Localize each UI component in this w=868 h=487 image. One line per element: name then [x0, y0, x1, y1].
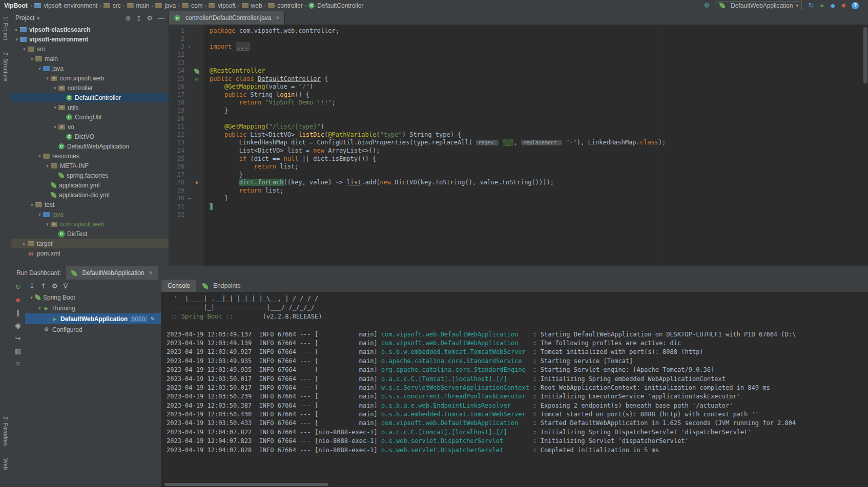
tree-item[interactable]: ▾utils	[11, 102, 169, 112]
run-tree-item[interactable]: ⚙Configured	[25, 324, 161, 335]
tree-item[interactable]: CDefaultController	[11, 93, 169, 102]
expand-all-icon[interactable]: ↥	[40, 283, 46, 289]
port-link[interactable]: :8088/	[130, 315, 147, 323]
tree-item[interactable]: CDictVO	[11, 132, 169, 141]
gutter-line[interactable]: 19−	[169, 107, 203, 115]
console-horizontal-scrollbar[interactable]	[161, 482, 868, 487]
expand-arrow-icon[interactable]: ▾	[29, 56, 35, 61]
exit-icon[interactable]: ↪	[15, 335, 21, 342]
expand-arrow-icon[interactable]: ▾	[29, 202, 35, 207]
spring-bean-icon[interactable]: ◎	[193, 75, 200, 83]
stop-icon[interactable]: ■	[841, 2, 845, 9]
code-editor[interactable]: package com.vipsoft.web.controller;impor…	[203, 27, 868, 266]
expand-arrow-icon[interactable]: ▸	[13, 27, 20, 32]
gutter-line[interactable]: 24	[169, 147, 203, 155]
gutter-line[interactable]: 32	[169, 211, 203, 219]
fold-end-icon[interactable]: −	[186, 107, 193, 115]
tree-item[interactable]: CConfigUtil	[11, 112, 169, 122]
expand-arrow-icon[interactable]: ▾	[44, 222, 51, 227]
tree-item[interactable]: CDefaultWebApplication	[11, 141, 169, 151]
tree-item[interactable]: ▾META-INF	[11, 161, 169, 171]
run-tab[interactable]: DefaultWebApplication ×	[66, 266, 157, 280]
tree-item[interactable]: ▾vipsoft-environment	[11, 34, 169, 44]
tree-item[interactable]: ▸target	[11, 239, 169, 248]
gutter-line[interactable]: 22−	[169, 131, 203, 139]
tab-console[interactable]: Console	[161, 280, 196, 292]
gutter-line[interactable]: 21	[169, 123, 203, 131]
tree-item[interactable]: ▾main	[11, 54, 169, 63]
gutter-line[interactable]: 12	[169, 51, 203, 59]
scrollbar-thumb[interactable]	[164, 483, 328, 486]
expand-arrow-icon[interactable]: ▾	[52, 105, 58, 110]
rerun-icon[interactable]: ↻	[15, 284, 21, 290]
tree-item[interactable]: CDicTest	[11, 229, 169, 239]
expand-arrow-icon[interactable]: ▾	[36, 212, 43, 217]
spring-bean-leaf-icon[interactable]	[194, 69, 199, 74]
expand-arrow-icon[interactable]: ▾	[36, 154, 43, 159]
close-icon[interactable]: ×	[149, 269, 153, 277]
layout-icon[interactable]: ▦	[15, 348, 21, 354]
expand-arrow-icon[interactable]: ▸	[21, 241, 28, 246]
gutter-line[interactable]: 28◆	[169, 179, 203, 187]
expand-arrow-icon[interactable]: ▾	[44, 163, 51, 168]
breadcrumb-item[interactable]: vipsoft	[209, 2, 236, 9]
thread-dump-icon[interactable]: ◉	[15, 322, 20, 329]
rerun-application-icon[interactable]: ↻	[808, 2, 814, 9]
fold-end-icon[interactable]: −	[186, 195, 193, 203]
tree-item[interactable]: ▾src	[11, 44, 169, 54]
expand-arrow-icon[interactable]: ▾	[44, 76, 51, 81]
tab-endpoints[interactable]: Endpoints	[196, 280, 246, 292]
gutter-line[interactable]: 1	[169, 27, 203, 35]
close-icon[interactable]: ×	[276, 14, 279, 22]
coverage-icon[interactable]: ●	[820, 2, 824, 9]
collapse-all-icon[interactable]: ↥	[136, 15, 141, 22]
wrench-icon[interactable]: ⚙	[704, 2, 710, 9]
breadcrumb-item[interactable]: web	[242, 2, 262, 9]
breadcrumb-item[interactable]: com	[182, 2, 203, 9]
gutter-line[interactable]: 25	[169, 155, 203, 163]
expand-arrow-icon[interactable]: ▾	[21, 47, 28, 52]
gutter-line[interactable]: 18	[169, 99, 203, 107]
gutter-line[interactable]: 23	[169, 139, 203, 147]
expand-arrow-icon[interactable]: ▾	[52, 124, 58, 130]
bookmark-icon[interactable]: ◆	[193, 179, 200, 187]
tree-item[interactable]: ▾java	[11, 209, 169, 219]
editor-scrollbar[interactable]	[863, 27, 867, 264]
run-tree-item[interactable]: ▶DefaultWebApplication:8088/✎	[25, 313, 161, 324]
console-output[interactable]: ' |____| .__|_| |_|_| |_\__, | / / / / =…	[161, 292, 868, 482]
breadcrumb-item[interactable]: java	[155, 2, 176, 9]
debug-icon[interactable]: ◆	[830, 2, 835, 9]
hide-panel-icon[interactable]: —	[158, 15, 164, 22]
locate-file-icon[interactable]: ⊕	[126, 15, 131, 22]
collapse-all-icon[interactable]: ↧	[29, 283, 35, 289]
stop-icon[interactable]: ■	[16, 297, 20, 303]
fold-plus-icon[interactable]: +	[186, 43, 193, 51]
run-tree-item[interactable]: ▾Spring Boot	[25, 292, 161, 303]
tree-item[interactable]: ▾vo	[11, 122, 169, 132]
expand-arrow-icon[interactable]: ▾	[13, 37, 20, 42]
breadcrumb-item[interactable]: src	[104, 2, 121, 9]
tree-item[interactable]: application.yml	[11, 180, 169, 190]
gutter-line[interactable]: 17−	[169, 91, 203, 99]
breadcrumb-item[interactable]: vipsoft-environment	[34, 2, 97, 9]
tool-window-button[interactable]: 2: Favorites	[3, 416, 9, 446]
breadcrumb-item[interactable]: controller	[268, 2, 302, 9]
expand-arrow-icon[interactable]: ▾	[28, 295, 35, 300]
tree-item[interactable]: ▸vipsoft-elasticsearch	[11, 25, 169, 34]
run-config-select[interactable]: DefaultWebApplication ▾	[716, 1, 802, 10]
pause-icon[interactable]: ∥	[16, 309, 20, 316]
tool-window-button[interactable]: 1: Project	[3, 16, 9, 40]
filter-icon[interactable]: ∇	[63, 283, 68, 289]
settings-gear-icon[interactable]: ⚙	[52, 283, 58, 289]
help-icon[interactable]: ?	[852, 2, 859, 9]
gutter-line[interactable]: 27	[169, 171, 203, 179]
tree-item[interactable]: spring.factories	[11, 171, 169, 180]
fold-minus-icon[interactable]: −	[186, 131, 193, 139]
breadcrumb-item[interactable]: main	[127, 2, 150, 9]
scrollbar-thumb[interactable]	[863, 27, 867, 83]
gutter-line[interactable]: 20	[169, 115, 203, 123]
options-menu-icon[interactable]: ≡	[16, 361, 20, 367]
gutter-line[interactable]: 3+	[169, 43, 203, 51]
gutter-line[interactable]: 16	[169, 83, 203, 91]
edit-icon[interactable]: ✎	[151, 316, 155, 322]
